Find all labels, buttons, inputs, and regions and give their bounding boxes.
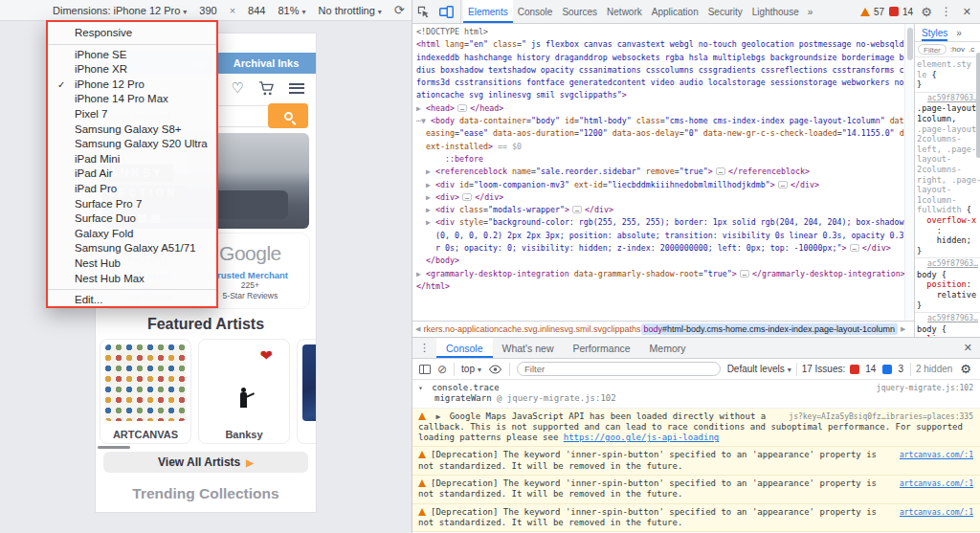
source-link[interactable]: artcanvas.com/:1: [900, 450, 973, 460]
log-levels-selector[interactable]: Default levels▾: [727, 364, 791, 374]
style-rule[interactable]: element.style {}: [915, 58, 980, 93]
devtools-tab-lighthouse[interactable]: Lighthouse: [747, 0, 804, 23]
breadcrumb-left-arrow-icon[interactable]: ◀: [412, 325, 423, 333]
code-line[interactable]: ationcache svg inlinesvg smil svgclippat…: [416, 89, 904, 101]
code-line[interactable]: ▶ <div class="modals-wrapper">…</div>: [416, 204, 904, 216]
source-ref[interactable]: jquery-migrate.js:102: [877, 383, 973, 393]
source-link[interactable]: artcanvas.com/:1: [900, 478, 973, 489]
stylesheet-link[interactable]: ac59f87963…: [917, 259, 980, 270]
hamburger-menu-icon[interactable]: [289, 83, 304, 94]
devtools-tab-network[interactable]: Network: [602, 0, 647, 23]
style-rule[interactable]: ac59f87963….page-layout-1column,.page-la…: [915, 93, 980, 259]
throttling-selector[interactable]: No throttling▾: [319, 5, 382, 16]
code-line[interactable]: </body>: [416, 255, 904, 267]
styles-more-button[interactable]: »: [956, 28, 962, 38]
code-line[interactable]: <!DOCTYPE html>: [416, 26, 904, 38]
code-line[interactable]: ▶ <referenceblock name="sale.reorder.sid…: [416, 166, 904, 178]
style-rule[interactable]: ac59f87963…body { line- height : 1; font…: [915, 313, 980, 337]
warning-count[interactable]: 57: [874, 7, 884, 17]
code-line[interactable]: easing="ease" data-aos-duration="1200" d…: [416, 127, 904, 140]
drawer-menu-icon[interactable]: ⋮: [412, 342, 436, 354]
close-drawer-icon[interactable]: ✕: [964, 342, 980, 354]
device-option-iphone-14-pro-max[interactable]: iPhone 14 Pro Max: [48, 92, 216, 107]
hov-toggle[interactable]: :hov: [950, 45, 965, 54]
code-line[interactable]: forms3d csstransitions fontface generate…: [416, 77, 904, 89]
device-option-surface-pro-7[interactable]: Surface Pro 7: [48, 197, 216, 212]
console-filter-input[interactable]: [517, 362, 721, 376]
drawer-tab-what-s-new[interactable]: What's new: [493, 338, 564, 358]
issues-icon[interactable]: [889, 7, 899, 16]
device-option-ipad-mini[interactable]: iPad Mini: [48, 152, 216, 167]
clear-console-icon[interactable]: ⊘: [437, 363, 447, 376]
breadcrumb-crumb-truncated[interactable]: rkers.no-applicationcache.svg.inlinesvg.…: [423, 324, 640, 334]
device-option-samsung-galaxy-a51-71[interactable]: Samsung Galaxy A51/71: [48, 241, 216, 256]
device-toolbar-toggle-icon[interactable]: [434, 0, 461, 23]
device-option-samsung-galaxy-s20-ultra[interactable]: Samsung Galaxy S20 Ultra: [48, 137, 216, 152]
code-line[interactable]: (0, 0, 0, 0.2) 2px 2px 3px; position: ab…: [416, 230, 904, 242]
device-option-samsung-galaxy-s8-[interactable]: Samsung Galaxy S8+: [48, 122, 216, 138]
code-line[interactable]: </html>: [416, 280, 904, 293]
devtools-tab-sources[interactable]: Sources: [557, 0, 602, 23]
device-option-iphone-se[interactable]: iPhone SE: [48, 48, 216, 63]
dom-scrollbar[interactable]: [904, 24, 914, 321]
device-option-iphone-12-pro[interactable]: ✓iPhone 12 Pro: [48, 78, 216, 93]
device-option-nest-hub-max[interactable]: Nest Hub Max: [48, 272, 216, 287]
console-deprecation-warning[interactable]: artcanvas.com/:1[Deprecation] The keywor…: [412, 504, 980, 533]
breadcrumb-right-arrow-icon[interactable]: ▶: [898, 325, 908, 333]
device-option-ipad-pro[interactable]: iPad Pro: [48, 182, 216, 197]
code-line[interactable]: ▶ <div style="background-color: rgb(255,…: [416, 216, 904, 229]
source-link[interactable]: artcanvas.com/:1: [900, 507, 973, 518]
device-option-ipad-air[interactable]: iPad Air: [48, 167, 216, 182]
artist-card-artcanvas[interactable]: ARTCANVAS: [100, 339, 191, 444]
search-button[interactable]: [268, 103, 308, 128]
code-line[interactable]: r 0s; opacity: 0; visibility: hidden; z-…: [416, 242, 904, 255]
device-option-surface-duo[interactable]: Surface Duo: [48, 211, 216, 227]
collapse-arrow-icon[interactable]: ▾: [418, 384, 423, 392]
code-line[interactable]: ⋯▼ <body data-container="body" id="html-…: [416, 115, 904, 127]
dimensions-selector[interactable]: Dimensions: iPhone 12 Pro▾: [53, 5, 187, 16]
drawer-tab-memory[interactable]: Memory: [640, 338, 696, 358]
code-line[interactable]: dius boxshadow textshadow opacity cssani…: [416, 64, 904, 77]
console-settings-gear-icon[interactable]: ⚙: [957, 362, 974, 376]
view-all-artists-button[interactable]: View All Artists ▶: [103, 452, 308, 473]
artist-card-banksy[interactable]: ❤ Banksy: [198, 339, 290, 444]
device-option-responsive[interactable]: Responsive: [48, 26, 216, 41]
console-trace-message[interactable]: jquery-migrate.js:102 ▾ console.trace mi…: [412, 380, 980, 409]
inspect-element-icon[interactable]: [412, 0, 434, 23]
wishlist-heart-icon[interactable]: ♡: [232, 79, 244, 97]
scrollbar-thumb[interactable]: [907, 28, 913, 60]
device-option-iphone-xr[interactable]: iPhone XR: [48, 62, 216, 78]
stylesheet-link[interactable]: ac59f87963…: [917, 314, 980, 324]
drawer-tab-console[interactable]: Console: [436, 338, 493, 358]
viewport-width-field[interactable]: 390: [199, 5, 216, 16]
close-devtools-icon[interactable]: ✕: [958, 6, 976, 18]
source-ref[interactable]: js?key=AIzaSyBsiq0fz…ibraries=places:335: [789, 411, 973, 422]
console-sidebar-icon[interactable]: [419, 365, 431, 374]
console-link[interactable]: https://goo.gle/js-api-loading: [564, 433, 720, 442]
drawer-tab-performance[interactable]: Performance: [563, 338, 639, 358]
styles-filter-input[interactable]: Filter: [918, 44, 947, 55]
stylesheet-link[interactable]: ac59f87963…: [917, 94, 980, 104]
live-expression-eye-icon[interactable]: [488, 365, 502, 374]
zoom-selector[interactable]: 81%▾: [278, 5, 305, 16]
code-line[interactable]: ▶ <head>…</head>: [416, 102, 904, 115]
expand-arrow-icon[interactable]: ▶: [435, 412, 440, 421]
code-line[interactable]: ▶ <grammarly-desktop-integration data-gr…: [416, 268, 904, 280]
hidden-messages-label[interactable]: 2 hidden: [916, 364, 952, 374]
carousel-scrollbar[interactable]: [98, 446, 130, 449]
devtools-tab-application[interactable]: Application: [647, 0, 703, 23]
console-deprecation-warning[interactable]: artcanvas.com/:1[Deprecation] The keywor…: [412, 447, 980, 476]
code-line[interactable]: ▶ <div>…</div>: [416, 191, 904, 204]
code-line[interactable]: indexeddb hashchange history draganddrop…: [416, 52, 904, 64]
console-warning-gmaps[interactable]: js?key=AIzaSyBsiq0fz…ibraries=places:335…: [412, 409, 980, 448]
more-tabs-button[interactable]: »: [804, 7, 817, 17]
style-rule[interactable]: ac59f87963…body { position: relative}: [915, 258, 980, 313]
device-option-galaxy-fold[interactable]: Galaxy Fold: [48, 227, 216, 242]
nav-tab-archival-inks[interactable]: Archival Inks: [216, 53, 316, 74]
issues-count[interactable]: 14: [902, 7, 913, 17]
code-line[interactable]: ::before: [416, 153, 904, 166]
code-line[interactable]: <html lang="en" class=" js flexbox canva…: [416, 38, 904, 51]
settings-gear-icon[interactable]: ⚙: [918, 5, 935, 19]
artist-card-vincent[interactable]: Vin: [297, 339, 316, 444]
issues-label[interactable]: 17 Issues:: [802, 364, 846, 374]
